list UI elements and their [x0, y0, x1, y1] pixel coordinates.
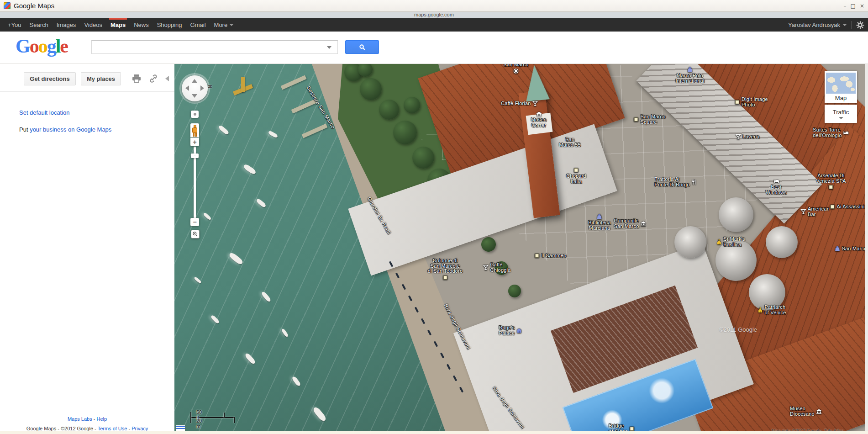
poi-label-text: San Marco — [504, 64, 529, 68]
poi-trattoria-al-ponte-di-borgo[interactable]: Trattoria AlPonte Di Borgo — [654, 177, 697, 187]
bed-icon — [773, 178, 779, 184]
poi-marco-polo-international[interactable]: Marco PoloInternational — [675, 67, 704, 84]
search-input[interactable] — [91, 40, 338, 54]
poi-label-text: Digit ImagePhoto — [742, 97, 768, 107]
nav-item-more[interactable]: More — [210, 18, 238, 32]
poi-san-marco-square[interactable]: San MarcoSquare — [633, 114, 666, 125]
navbar-separator — [851, 21, 852, 29]
poi-museo-correr[interactable]: MuseoCorrer — [531, 111, 547, 128]
poi-digit-image-photo[interactable]: Digit ImagePhoto — [734, 97, 768, 107]
nav-item-you[interactable]: +You — [4, 18, 26, 32]
poi-caff-chioggia[interactable]: CaffèChioggia — [483, 262, 510, 273]
zoom-slider-handle[interactable]: − — [191, 153, 199, 158]
print-icon[interactable] — [132, 74, 142, 84]
maps-labs-link[interactable]: Maps Labs — [68, 416, 92, 422]
tree — [404, 97, 420, 113]
traffic-button[interactable]: Traffic — [825, 105, 857, 123]
nav-item-videos[interactable]: Videos — [80, 18, 106, 32]
pan-right-icon[interactable] — [200, 85, 204, 91]
search-button[interactable] — [345, 40, 379, 54]
poi-label-text: BibliotecaMarciana — [588, 220, 611, 231]
nav-item-news[interactable]: News — [130, 18, 153, 32]
poi-label-text: Caffè Florian — [501, 101, 531, 106]
set-default-location-link[interactable]: Set default location — [19, 109, 70, 116]
poi-colonne-di-san-marco-e-di-san-teodoro[interactable]: Colonne diSan Marco edi San Teodoro — [428, 258, 463, 281]
logo-letter: g — [47, 36, 56, 57]
logo-letter: o — [38, 36, 47, 57]
poi-label-text: Arsenale DiVenezia SPA — [816, 173, 846, 184]
reset-view-button[interactable] — [191, 111, 199, 118]
poi-il-cammeo[interactable]: Il Cammeo — [534, 253, 567, 259]
nav-item-gmail[interactable]: Gmail — [186, 18, 210, 32]
tree — [393, 121, 417, 144]
poi-chopard-italia[interactable]: ChopardItalia — [566, 167, 586, 184]
collapse-panel-icon[interactable] — [165, 76, 169, 81]
poi-ai-assassini[interactable]: Ai Assassini — [829, 204, 864, 210]
museum-icon — [536, 111, 542, 117]
logo-letter: e — [60, 36, 68, 57]
share-link-icon[interactable] — [148, 74, 158, 84]
account-menu[interactable]: Yaroslav Andrusyak — [788, 21, 847, 28]
close-button[interactable]: × — [860, 3, 864, 9]
pan-control[interactable] — [182, 75, 208, 101]
nav-item-shopping[interactable]: Shopping — [153, 18, 186, 32]
martini-icon — [800, 209, 806, 215]
poi-san-marco[interactable]: San Marco — [835, 246, 865, 252]
pan-down-icon[interactable] — [192, 94, 197, 98]
poi-patriarch-of-venice[interactable]: Patriarchof Venice — [757, 305, 786, 315]
poi-campanile-san-marco[interactable]: CampanileSan Marco — [614, 218, 647, 229]
search-history-caret-icon[interactable] — [327, 46, 331, 49]
poi-biblioteca-marciana[interactable]: BibliotecaMarciana — [588, 214, 611, 231]
window-bottom-strip — [0, 431, 868, 434]
poi-label-text: ChopardItalia — [566, 174, 586, 184]
crane — [241, 77, 245, 92]
scale-metric: 20 m — [196, 418, 202, 429]
poi-st-mark-s-basilica[interactable]: St Mark'sBasilica — [716, 237, 745, 247]
square-icon — [829, 204, 835, 210]
compass-north-label[interactable]: N — [207, 85, 212, 88]
poi-label-text: BestWindows — [766, 185, 787, 195]
nav-item-search[interactable]: Search — [26, 18, 53, 32]
zoom-to-area-button[interactable] — [191, 230, 200, 238]
google-maps-app-icon — [4, 2, 11, 9]
pan-left-icon[interactable] — [185, 85, 189, 91]
nav-item-maps[interactable]: Maps — [106, 18, 130, 32]
square-icon — [828, 184, 834, 190]
get-directions-button[interactable]: Get directions — [24, 72, 76, 85]
my-places-button[interactable]: My places — [81, 72, 121, 85]
zoom-in-button[interactable]: + — [190, 138, 199, 146]
pan-up-icon[interactable] — [192, 79, 197, 83]
poi-doge-s-palace[interactable]: Doge'sPalace — [499, 325, 522, 336]
map-canvas[interactable]: San MarcoCaffè FlorianMuseoCorrerSan Mar… — [174, 64, 865, 431]
help-link[interactable]: Help — [96, 416, 107, 422]
maximize-button[interactable]: □ — [851, 3, 856, 9]
business-link[interactable]: your business on Google Maps — [30, 126, 111, 133]
tree — [481, 237, 496, 252]
gear-icon[interactable] — [856, 21, 864, 29]
minimize-button[interactable]: – — [844, 3, 847, 9]
nav-item-images[interactable]: Images — [53, 18, 80, 32]
pegman-control[interactable] — [190, 123, 199, 138]
poi-suites-torre-dell-orologio[interactable]: Suites Torredell'Orologio — [813, 127, 849, 138]
window-title: Google Maps — [14, 2, 54, 10]
poi-bridge-of-sighs[interactable]: Bridgeof Sighs — [609, 423, 635, 431]
pegman-icon[interactable] — [192, 125, 198, 137]
poi-label-text: Il Cammeo — [542, 253, 567, 259]
zoom-out-button[interactable]: − — [190, 218, 199, 226]
poi-san-marco-55[interactable]: SanMarco 55 — [559, 137, 580, 148]
poi-lavena[interactable]: Lavena — [735, 134, 759, 140]
poi-label-text: Doge'sPalace — [499, 325, 515, 336]
window-titlebar: Google Maps – □ × — [0, 0, 868, 12]
google-logo[interactable]: Google — [16, 35, 68, 57]
poi-arsenale-di-venezia-spa[interactable]: Arsenale DiVenezia SPA — [816, 173, 846, 190]
poi-museo-diocesano[interactable]: MuseoDiocesano — [790, 406, 822, 417]
google-navbar: +YouSearchImagesVideosMapsNewsShoppingGm… — [0, 18, 868, 32]
bed-icon — [843, 130, 849, 136]
poi-american-bar[interactable]: AmericanBar — [800, 206, 830, 217]
bag-icon — [835, 246, 841, 252]
poi-san-marco[interactable]: San Marco — [504, 64, 529, 74]
poi-best-windows[interactable]: BestWindows — [766, 178, 787, 195]
map-view-button[interactable]: Map — [825, 71, 857, 103]
basilica-dome — [674, 226, 706, 258]
poi-caff-florian[interactable]: Caffè Florian — [501, 101, 538, 106]
